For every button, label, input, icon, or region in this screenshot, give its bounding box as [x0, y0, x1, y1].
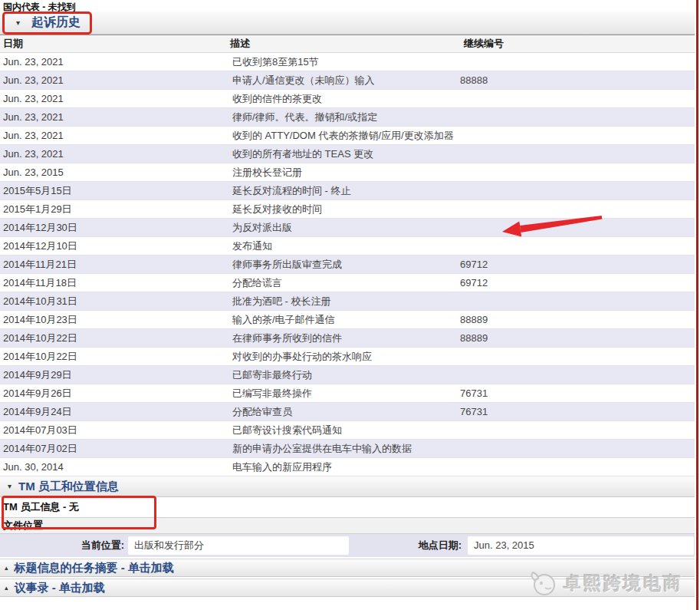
table-row: Jun. 23, 2015注册校长登记册: [0, 163, 695, 182]
current-location-value: 出版和发行部分: [128, 536, 349, 555]
triangle-down-icon: ▾: [16, 19, 20, 27]
annotation-arrow: [495, 207, 610, 242]
cell-description: 对收到的办事处行动的茶水响应: [230, 348, 458, 366]
section-title: TM 员工和位置信息: [18, 480, 119, 494]
content-area: 国内代表 - 未找到 ▾ 起诉历史 日期 描述 继续编号 Jun. 23, 20…: [0, 0, 695, 597]
cell-date: 2014年07月03日: [0, 421, 230, 440]
cell-date: Jun. 23, 2021: [0, 108, 230, 127]
section-title: 起诉历史: [31, 15, 81, 31]
cell-proceeding-number: [458, 127, 695, 145]
file-location-row: 当前位置: 出版和发行部分 地点日期: Jun. 23, 2015: [0, 534, 695, 557]
cell-description: 已邮寄非最终行动: [230, 366, 458, 384]
table-row: 2014年11月18日分配给谎言69712: [0, 274, 695, 292]
section-header-tm-staff[interactable]: ▾ TM 员工和位置信息: [0, 476, 695, 497]
table-row: Jun. 23, 2021申请人/通信更改（未响应）输入88888: [0, 71, 695, 90]
watermark-logo-icon: [527, 569, 557, 597]
cell-date: 2014年12月30日: [0, 219, 230, 237]
cell-description: 律师事务所出版审查完成: [230, 256, 458, 274]
cell-proceeding-number: 88889: [458, 329, 695, 348]
table-row: 2014年07月03日已邮寄设计搜索代码通知: [0, 421, 695, 440]
cell-proceeding-number: [458, 145, 695, 163]
cell-proceeding-number: [458, 348, 695, 366]
cell-description: 延长反对接收的时间: [230, 200, 458, 219]
cell-description: 注册校长登记册: [230, 163, 458, 182]
table-row: 2014年10月31日批准为酒吧 - 校长注册: [0, 292, 695, 311]
triangle-down-icon: ▾: [8, 483, 12, 490]
cell-date: Jun. 23, 2021: [0, 145, 230, 163]
tsdr-status-page: 国内代表 - 未找到 ▾ 起诉历史 日期 描述 继续编号 Jun. 23, 20…: [0, 0, 700, 610]
cell-proceeding-number: 69712: [458, 274, 695, 292]
table-row: Jun. 23, 2021收到的所有者地址的 TEAS 更改: [0, 145, 695, 163]
cell-description: 电车输入的新应用程序: [230, 458, 458, 476]
location-date-value: Jun. 23, 2015: [468, 536, 694, 555]
cell-date: 2014年10月22日: [0, 348, 230, 366]
cell-date: Jun. 23, 2021: [0, 53, 230, 71]
cell-description: 延长反对流程的时间 - 终止: [230, 182, 458, 200]
cell-description: 新的申请办公室提供在电车中输入的数据: [230, 440, 458, 458]
table-row: 2015年5月15日延长反对流程的时间 - 终止: [0, 182, 695, 200]
right-edge-line: [696, 0, 698, 610]
click-to-load-link[interactable]: 标题信息的任务摘要 - 单击加载: [15, 561, 174, 575]
cell-proceeding-number: 69712: [458, 256, 695, 274]
triangle-up-icon: ▴: [5, 585, 8, 592]
table-row: Jun. 23, 2021收到的信件的茶更改: [0, 90, 695, 108]
location-date-label: 地点日期:: [349, 534, 462, 557]
cell-proceeding-number: [458, 366, 695, 384]
cell-proceeding-number: [458, 163, 695, 182]
cell-date: 2014年11月21日: [0, 256, 230, 274]
cell-date: 2014年10月23日: [0, 311, 230, 329]
cell-description: 分配给谎言: [230, 274, 458, 292]
cell-description: 发布通知: [230, 237, 458, 256]
cell-proceeding-number: [458, 182, 695, 200]
cell-date: Jun. 23, 2021: [0, 71, 230, 90]
cell-date: 2015年1月29日: [0, 200, 230, 219]
cell-proceeding-number: 88888: [458, 71, 695, 90]
cell-description: 批准为酒吧 - 校长注册: [230, 292, 458, 311]
click-to-load-link[interactable]: 议事录 - 单击加载: [15, 581, 105, 595]
table-row: 2014年10月23日输入的茶/电子邮件通信88889: [0, 311, 695, 329]
annotation-red-box-prosecution: ▾ 起诉历史: [2, 12, 92, 35]
cell-description: 已收到第8至第15节: [230, 53, 458, 71]
cell-date: 2014年9月26日: [0, 384, 230, 403]
cell-description: 律师/律师。代表。撤销和/或指定: [230, 108, 458, 127]
table-row: 2014年9月29日已邮寄非最终行动: [0, 366, 695, 384]
cell-date: Jun. 30, 2014: [0, 458, 230, 476]
cell-date: 2015年5月15日: [0, 182, 230, 200]
watermark-text: 卓熙跨境电商: [564, 572, 683, 595]
triangle-up-icon: ▴: [5, 565, 8, 572]
section-header-prosecution-history[interactable]: ▾ 起诉历史: [0, 12, 695, 35]
table-row: Jun. 30, 2014电车输入的新应用程序: [0, 458, 695, 476]
cell-date: 2014年10月31日: [0, 292, 230, 311]
cell-date: 2014年9月29日: [0, 366, 230, 384]
table-row: 2014年9月24日分配给审查员76731: [0, 403, 695, 421]
cell-proceeding-number: [458, 53, 695, 71]
cell-description: 已邮寄设计搜索代码通知: [230, 421, 458, 440]
cell-description: 为反对派出版: [230, 219, 458, 237]
cell-description: 分配给审查员: [230, 403, 458, 421]
cell-date: 2014年10月22日: [0, 329, 230, 348]
table-row: 2014年9月26日已编写非最终操作76731: [0, 384, 695, 403]
table-header-row: 日期 描述 继续编号: [0, 35, 695, 53]
watermark: 卓熙跨境电商: [527, 567, 683, 599]
column-header-description: 描述: [230, 35, 458, 53]
cell-proceeding-number: [458, 458, 695, 476]
tm-staff-info-text: TM 员工信息 - 无: [0, 497, 695, 517]
table-row: 2014年07月02日新的申请办公室提供在电车中输入的数据: [0, 440, 695, 458]
cell-date: 2014年07月02日: [0, 440, 230, 458]
cell-date: Jun. 23, 2015: [0, 163, 230, 182]
column-header-date: 日期: [0, 35, 230, 53]
column-header-proceeding-number: 继续编号: [458, 35, 695, 53]
cell-proceeding-number: 88889: [458, 311, 695, 329]
cell-date: Jun. 23, 2021: [0, 90, 230, 108]
prosecution-history-table: 日期 描述 继续编号 Jun. 23, 2021已收到第8至第15节Jun. 2…: [0, 35, 695, 476]
prosecution-history-body: Jun. 23, 2021已收到第8至第15节Jun. 23, 2021申请人/…: [0, 53, 695, 476]
cell-proceeding-number: [458, 108, 695, 127]
cell-description: 在律师事务所收到的信件: [230, 329, 458, 348]
table-row: Jun. 23, 2021收到的 ATTY/DOM 代表的茶撤销/应用/更改添加…: [0, 127, 695, 145]
cell-description: 输入的茶/电子邮件通信: [230, 311, 458, 329]
table-row: 2014年10月22日对收到的办事处行动的茶水响应: [0, 348, 695, 366]
cell-proceeding-number: 76731: [458, 384, 695, 403]
cell-date: 2014年11月18日: [0, 274, 230, 292]
current-location-label: 当前位置:: [0, 534, 124, 557]
table-row: Jun. 23, 2021已收到第8至第15节: [0, 53, 695, 71]
